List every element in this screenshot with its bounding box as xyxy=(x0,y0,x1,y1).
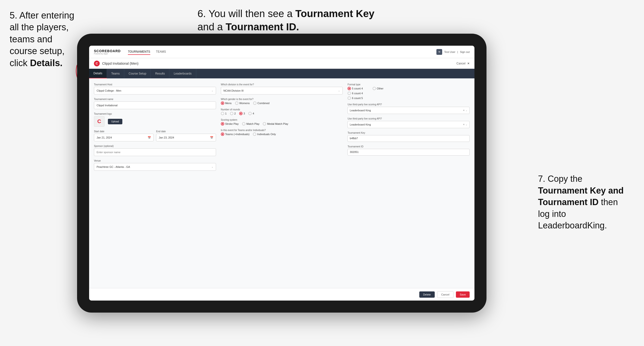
format-6count4-dot xyxy=(348,92,351,95)
tournament-id-value: 302051 xyxy=(348,149,470,156)
venue-group: Venue Peachtree GC - Atlanta - GA ⌄ xyxy=(94,160,216,171)
gender-radio-group: Mens Womens Combined xyxy=(221,101,343,105)
teams-plus-dot xyxy=(221,133,224,136)
delete-button[interactable]: Delete xyxy=(419,291,435,298)
rounds-2-dot xyxy=(230,112,233,115)
gender-label: Which gender is the event for? xyxy=(221,98,343,101)
end-date-label: End date xyxy=(156,130,216,133)
sign-out-link[interactable]: Sign out xyxy=(460,50,470,53)
tournament-logo-label: Tournament logo xyxy=(94,113,216,115)
format-other-label: Other xyxy=(377,87,384,90)
format-6count5[interactable]: 6 count 5 xyxy=(348,96,470,100)
scoring-stroke-dot xyxy=(221,122,224,126)
third-party1-group: Use third-party live scoring API? Leader… xyxy=(348,103,470,114)
gender-combined[interactable]: Combined xyxy=(253,101,270,105)
logo-title: SCOREBOARD xyxy=(94,49,121,53)
tab-course-setup[interactable]: Course Setup xyxy=(124,69,151,78)
tablet-screen: SCOREBOARD Powered by clippd TOURNAMENTS… xyxy=(89,46,474,301)
rounds-2[interactable]: 2 xyxy=(230,112,236,115)
sub-header: C Clippd Invitational (Men) Cancel ✕ xyxy=(89,58,474,69)
user-name: Test User xyxy=(444,50,455,53)
individuals-only[interactable]: Individuals Only xyxy=(253,133,276,136)
third-party2-select[interactable]: Leaderboard King ✕ ⌄ xyxy=(348,121,470,128)
venue-select[interactable]: Peachtree GC - Atlanta - GA ⌄ xyxy=(94,163,216,171)
cancel-button[interactable]: Cancel xyxy=(437,291,454,298)
format-other[interactable]: Other xyxy=(372,87,384,90)
scoring-label: Scoring system xyxy=(221,119,343,121)
date-row: Start date Jan 21, 2024 📅 End date Jan 2… xyxy=(94,130,216,141)
rounds-label: Number of rounds xyxy=(221,108,343,111)
form-col3: Format type 5 count 4 Other xyxy=(348,83,470,171)
tournament-host-select[interactable]: Clippd College - Men ⌄ xyxy=(94,87,216,95)
format-6count4[interactable]: 6 count 4 xyxy=(348,92,470,95)
nav-separator: | xyxy=(457,50,458,53)
scoring-match-dot xyxy=(242,122,246,126)
tab-details[interactable]: Details xyxy=(89,69,107,78)
format-6count5-dot xyxy=(348,96,351,100)
format-5count4[interactable]: 5 count 4 xyxy=(348,87,363,90)
third-party1-clear-icon[interactable]: ✕ ⌄ xyxy=(463,109,468,112)
teams-label: Is this event for Teams and/or Individua… xyxy=(221,129,343,132)
rounds-4[interactable]: 4 xyxy=(248,112,254,115)
rounds-3[interactable]: 3 xyxy=(239,112,245,115)
scoring-radio-group: Stroke Play Match Play Medal Match Play xyxy=(221,122,343,126)
format-6count5-label: 6 count 5 xyxy=(352,97,363,100)
rounds-4-dot xyxy=(248,112,252,115)
scoring-medal[interactable]: Medal Match Play xyxy=(263,122,288,126)
gender-womens[interactable]: Womens xyxy=(235,101,250,105)
rounds-1[interactable]: 1 xyxy=(221,112,227,115)
rounds-3-dot xyxy=(239,112,242,115)
teams-plus-individuals[interactable]: Teams (+Individuals) xyxy=(221,133,250,136)
tournament-id-group: Tournament ID 302051 xyxy=(348,145,470,156)
end-date-group: End date Jan 23, 2024 📅 xyxy=(156,130,216,141)
tournament-key-value: b4fbb7 xyxy=(348,135,470,142)
scoring-group: Scoring system Stroke Play Match Play xyxy=(221,119,343,126)
content-area: Tournament Host Clippd College - Men ⌄ T… xyxy=(89,78,474,288)
third-party1-select[interactable]: Leaderboard King ✕ ⌄ xyxy=(348,107,470,114)
gender-mens[interactable]: Mens xyxy=(221,101,232,105)
cancel-header-btn[interactable]: Cancel ✕ xyxy=(456,62,470,65)
logo-area: SCOREBOARD Powered by clippd xyxy=(94,49,121,55)
division-select[interactable]: NCAA Division III ⌄ xyxy=(221,87,343,95)
teams-group: Is this event for Teams and/or Individua… xyxy=(221,129,343,136)
tab-leaderboards[interactable]: Leaderboards xyxy=(169,69,196,78)
form-col1: Tournament Host Clippd College - Men ⌄ T… xyxy=(94,83,216,171)
nav-link-teams[interactable]: TEAMS xyxy=(156,49,166,55)
gender-group: Which gender is the event for? Mens Wome… xyxy=(221,98,343,105)
gender-mens-dot xyxy=(221,101,224,105)
nav-links: TOURNAMENTS TEAMS xyxy=(128,49,436,55)
upload-button[interactable]: Upload xyxy=(108,119,122,124)
teams-radio-group: Teams (+Individuals) Individuals Only xyxy=(221,133,343,136)
logo-upload-row: C Upload xyxy=(94,116,216,127)
nav-link-tournaments[interactable]: TOURNAMENTS xyxy=(128,49,150,55)
annotation-top-center: 6. You will then see a Tournament Key an… xyxy=(198,7,378,33)
top-nav: SCOREBOARD Powered by clippd TOURNAMENTS… xyxy=(89,46,474,58)
logo-c-letter: C xyxy=(97,118,101,125)
division-arrow-icon: ⌄ xyxy=(338,89,340,92)
venue-label: Venue xyxy=(94,160,216,162)
form-col2: Which division is the event for? NCAA Di… xyxy=(221,83,343,171)
scoring-stroke[interactable]: Stroke Play xyxy=(221,122,239,126)
format-6count4-label: 6 count 4 xyxy=(352,92,363,95)
tournament-name-input[interactable] xyxy=(94,101,216,109)
third-party1-label: Use third-party live scoring API? xyxy=(348,103,470,106)
sponsor-label: Sponsor (optional) xyxy=(94,145,216,147)
format-row1: 5 count 4 Other xyxy=(348,87,470,90)
format-5count4-label: 5 count 4 xyxy=(352,87,363,90)
division-label: Which division is the event for? xyxy=(221,83,343,86)
format-5count4-dot xyxy=(348,87,351,90)
tab-results[interactable]: Results xyxy=(151,69,169,78)
start-date-input[interactable]: Jan 21, 2024 📅 xyxy=(94,134,154,141)
logo-preview: C xyxy=(94,116,104,127)
sponsor-input[interactable] xyxy=(94,148,216,156)
tournament-id-label: Tournament ID xyxy=(348,145,470,148)
tournament-host-label: Tournament Host xyxy=(94,83,216,86)
gender-womens-dot xyxy=(235,101,238,105)
save-button[interactable]: Save xyxy=(456,291,470,298)
scoring-match[interactable]: Match Play xyxy=(242,122,260,126)
annotation-left: 5. After entering all the players, teams… xyxy=(10,10,77,69)
end-date-input[interactable]: Jan 23, 2024 📅 xyxy=(156,134,216,141)
tournament-host-group: Tournament Host Clippd College - Men ⌄ xyxy=(94,83,216,95)
third-party2-clear-icon[interactable]: ✕ ⌄ xyxy=(463,123,468,126)
tab-teams[interactable]: Teams xyxy=(107,69,124,78)
